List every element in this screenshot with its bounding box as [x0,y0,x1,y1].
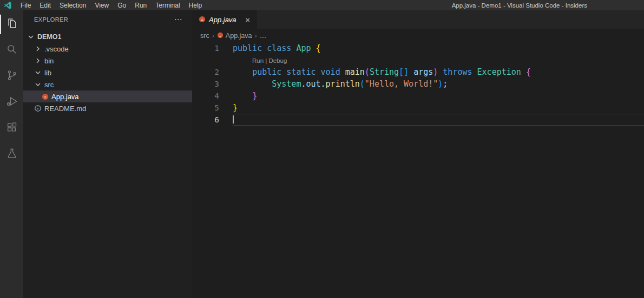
vscode-insiders-logo [4,2,11,9]
line-number[interactable]: 3 [192,78,219,90]
sidebar-title: EXPLORER [34,16,68,23]
more-actions-icon[interactable]: ⋯ [172,15,185,24]
codelens-debug-link[interactable]: Debug [269,57,287,64]
activity-search[interactable] [0,37,23,63]
activity-bar [0,10,23,298]
vscode-logo-icon [4,2,11,9]
testing-flask-icon [6,147,18,161]
editor-group: App.java× src›App.java›… 1public class A… [192,10,644,298]
tab-app-java[interactable]: App.java× [192,10,257,29]
code-line-3: 3 System.out.println("Hello, World!"); [192,78,644,90]
chevron-down-icon[interactable] [26,32,36,42]
code-line-content[interactable]: public static void main(String[] args) t… [233,66,644,78]
menu-edit[interactable]: Edit [35,0,55,10]
code-line-6: 6 [192,114,644,126]
window-title: App.java - Demo1 - Visual Studio Code - … [452,0,587,10]
menu-help[interactable]: Help [185,0,207,10]
tree-item-bin[interactable]: bin [23,55,192,67]
activity-testing[interactable] [0,141,23,167]
code-line-4: 4 } [192,90,644,102]
java-file-icon [40,92,50,101]
breadcrumb: src›App.java›… [192,29,644,42]
tree-item-src[interactable]: src [23,79,192,90]
code-line-5: 5} [192,102,644,114]
code-line-content[interactable]: } [233,90,644,102]
tree-item-readme-md[interactable]: README.md [23,102,192,114]
codelens: Run | Debug [233,54,644,66]
line-number[interactable]: 4 [192,90,219,102]
breadcrumb-item-src[interactable]: src [200,32,209,40]
menu-terminal[interactable]: Terminal [151,0,184,10]
line-number[interactable]: 1 [192,42,219,54]
menu-bar: FileEditSelectionViewGoRunTerminalHelp [16,0,206,10]
file-tree: DEMO1.vscodebinlibsrcApp.javaREADME.md [23,29,192,114]
tree-item-label: .vscode [44,45,69,53]
code-line-2: 2 public static void main(String[] args)… [192,66,644,78]
menu-file[interactable]: File [16,0,35,10]
codelens-run-link[interactable]: Run [252,57,264,64]
tree-item-lib[interactable]: lib [23,67,192,79]
tree-item-vscode[interactable]: .vscode [23,43,192,55]
workbench: EXPLORER ⋯ DEMO1.vscodebinlibsrcApp.java… [0,10,644,298]
codelens-separator: | [264,57,268,64]
tree-item-label: App.java [51,93,79,101]
tab-label: App.java [209,16,236,24]
line-number[interactable]: 5 [192,102,219,114]
java-file-icon [217,32,224,40]
breadcrumb-label: App.java [226,32,252,40]
activity-source-control[interactable] [0,63,23,89]
run-debug-icon [6,95,18,109]
activity-extensions[interactable] [0,115,23,141]
tree-item-label: lib [44,69,51,77]
activity-run-and-debug[interactable] [0,89,23,115]
tree-item-label: README.md [44,105,86,113]
tree-item-label: bin [44,57,54,65]
activity-explorer[interactable] [0,11,23,37]
tree-item-label: DEMO1 [37,33,61,41]
tree-item-demo1[interactable]: DEMO1 [23,31,192,43]
code-line-content[interactable]: public class App { [233,42,644,54]
menu-run[interactable]: Run [130,0,151,10]
breadcrumb-item-app-java[interactable]: App.java [217,32,252,40]
menu-selection[interactable]: Selection [55,0,90,10]
code-line-content[interactable]: System.out.println("Hello, World!"); [233,78,644,90]
breadcrumb-separator: › [255,32,257,40]
breadcrumb-item-[interactable]: … [260,32,267,40]
java-file-icon [199,16,206,24]
chevron-right-icon[interactable] [33,44,43,54]
text-cursor [233,115,234,124]
line-number-blank [192,54,219,66]
line-number[interactable]: 2 [192,66,219,78]
breadcrumb-separator: › [212,32,214,40]
chevron-down-icon[interactable] [33,68,43,77]
tree-item-label: src [44,81,54,89]
info-file-icon [33,103,43,113]
code-line-content[interactable] [233,114,644,126]
extensions-icon [6,121,18,135]
menu-go[interactable]: Go [113,0,130,10]
code-line-1: 1public class App { [192,42,644,54]
tab-bar: App.java× [192,10,644,29]
search-icon [6,43,18,57]
sidebar-header: EXPLORER ⋯ [23,10,192,29]
files-icon [6,17,18,31]
chevron-right-icon[interactable] [33,56,43,66]
breadcrumb-label: src [200,32,209,40]
close-icon[interactable]: × [243,15,253,25]
explorer-sidebar: EXPLORER ⋯ DEMO1.vscodebinlibsrcApp.java… [23,10,192,298]
source-control-icon [6,69,18,83]
breadcrumb-label: … [260,32,267,40]
tree-item-app-java[interactable]: App.java [23,90,192,102]
code-line-content[interactable]: } [233,102,644,114]
menu-view[interactable]: View [90,0,113,10]
chevron-down-icon[interactable] [33,80,43,89]
codelens-row: Run | Debug [192,54,644,66]
title-bar: FileEditSelectionViewGoRunTerminalHelp A… [0,0,644,10]
code-editor[interactable]: 1public class App {Run | Debug2 public s… [192,42,644,298]
line-number[interactable]: 6 [192,114,219,126]
